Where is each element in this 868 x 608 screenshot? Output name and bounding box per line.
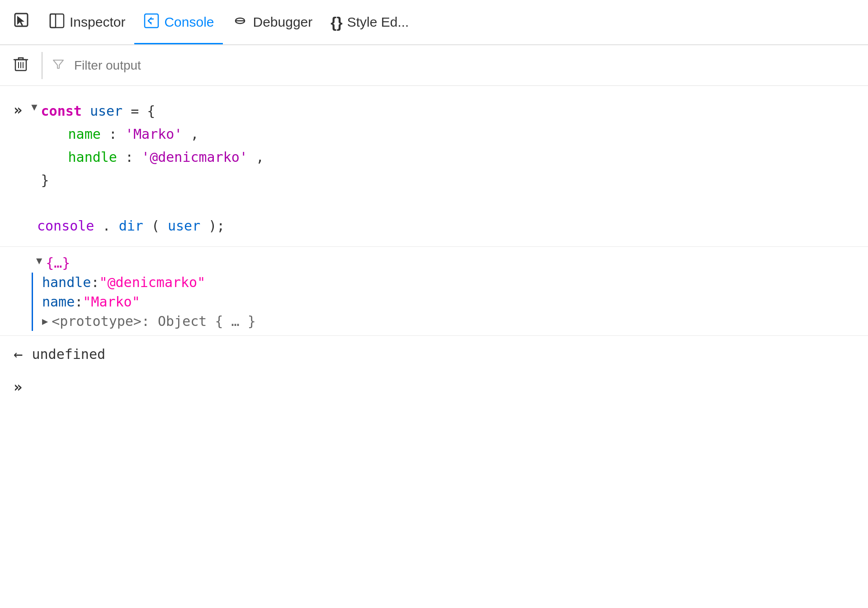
debugger-tab[interactable]: Debugger [223,0,321,44]
name-colon: : [75,294,83,310]
inspector-label: Inspector [70,14,125,30]
handle-key: handle [42,274,91,290]
object-property-handle: handle : "@denicmarko" [42,273,868,292]
debugger-icon [232,13,248,32]
svg-rect-2 [50,14,56,28]
devtools-toolbar: Inspector Console Debugger {} Style Ed..… [0,0,868,45]
code-line-2: name : 'Marko' , [68,123,264,146]
section-separator-1 [0,246,868,247]
object-expand-button[interactable]: ▼ [36,255,42,266]
empty-prompt-line: » [0,368,868,405]
svg-rect-1 [50,14,64,28]
object-properties: handle : "@denicmarko" name : "Marko" ▶ … [32,273,868,331]
code-input-block: const user = { name : 'Marko' , handle :… [41,99,264,192]
return-value: undefined [32,346,105,362]
expand-arrow-input[interactable]: ▼ [31,101,37,113]
handle-colon: : [91,274,99,290]
debugger-label: Debugger [253,14,312,30]
name-value: "Marko" [83,294,140,310]
empty-input-prompt: » [14,378,22,396]
code-line-3: handle : '@denicmarko' , [68,146,264,169]
cursor-tool-button[interactable] [5,0,40,44]
inspector-icon [49,13,65,32]
style-editor-icon: {} [330,14,342,31]
blank-spacer-1 [0,196,868,210]
console-dir-code: console . dir ( user ); [37,214,225,237]
console-dir-line: console . dir ( user ); [0,210,868,242]
console-input-line: » ▼ const user = { name : 'Marko' , hand… [0,95,868,196]
section-separator-2 [0,335,868,336]
code-line-4: } [41,169,264,192]
console-tab[interactable]: Console [134,0,223,44]
return-value-line: ← undefined [0,340,868,368]
filter-icon [52,57,65,74]
object-label: {…} [46,255,70,271]
object-header-line: ▼ {…} [0,251,868,273]
filter-output-input[interactable] [74,58,859,73]
console-label: Console [164,14,214,30]
filter-bar [0,45,868,86]
toolbar-divider [42,52,42,79]
name-key: name [42,294,75,310]
return-arrow: ← [14,345,23,363]
trash-icon [11,58,30,76]
object-property-name: name : "Marko" [42,292,868,311]
input-prompt: » [14,101,22,118]
code-line-1: const user = { [41,99,264,123]
clear-console-button[interactable] [9,52,33,79]
prototype-label: <prototype>: Object { … } [52,313,256,329]
console-icon [143,13,160,32]
console-output-area: » ▼ const user = { name : 'Marko' , hand… [0,86,868,414]
inspector-tab[interactable]: Inspector [40,0,134,44]
style-editor-tab[interactable]: {} Style Ed... [321,0,418,44]
handle-value: "@denicmarko" [99,274,205,290]
output-object-section: ▼ {…} handle : "@denicmarko" name : "Mar… [0,251,868,331]
style-editor-label: Style Ed... [347,14,409,30]
cursor-icon [14,12,31,33]
svg-rect-3 [145,14,158,28]
prototype-expand-button[interactable]: ▶ [42,316,48,327]
object-prototype-line: ▶ <prototype>: Object { … } [42,311,868,331]
